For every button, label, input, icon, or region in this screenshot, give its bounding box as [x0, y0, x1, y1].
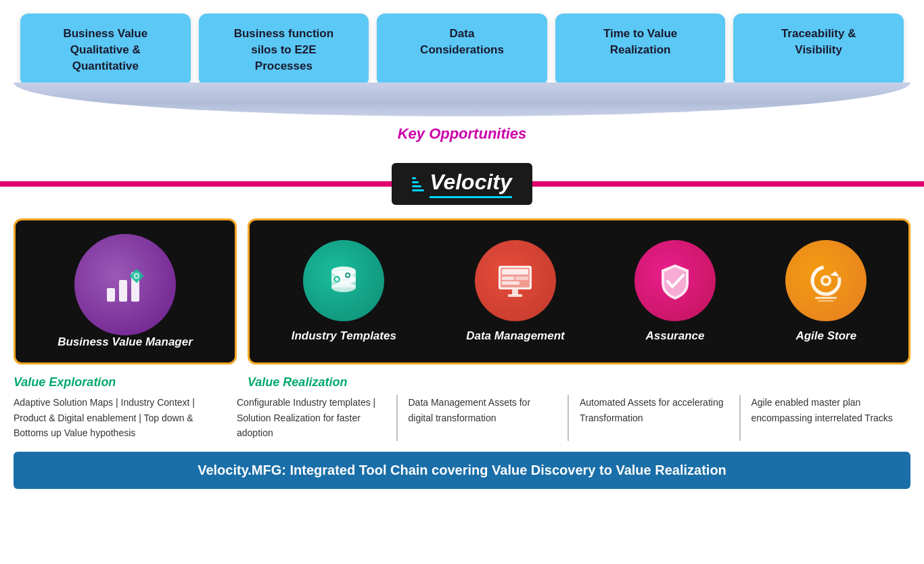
- as-description-col: Automated Assets for accelerating Transf…: [569, 395, 741, 440]
- card-dc: DataConsiderations: [377, 14, 547, 86]
- velocity-text: Velocity: [430, 170, 512, 198]
- it-label: Industry Templates: [292, 329, 396, 343]
- bvm-description: Adaptive Solution Maps | Industry Contex…: [14, 395, 223, 440]
- ags-icon-svg: [804, 259, 848, 303]
- dm-description: Data Management Assets for digital trans…: [409, 395, 557, 425]
- as-icon-svg: [653, 259, 697, 303]
- value-realization-col: Value Realization Configurable Industry …: [237, 375, 910, 440]
- bvm-icon-circle: [74, 234, 176, 335]
- card-bvm: Business Value Manager: [14, 218, 237, 365]
- card-tv: Traceability &Visibility: [733, 14, 904, 86]
- value-exploration-col: Value Exploration Adaptive Solution Maps…: [14, 375, 237, 440]
- footer-text: Velocity.MFG: Integrated Tool Chain cove…: [27, 463, 897, 478]
- svg-rect-22: [502, 277, 514, 280]
- svg-rect-26: [508, 294, 522, 297]
- ags-description-col: Agile enabled master plan encompassing i…: [741, 395, 911, 440]
- card-bfs: Business functionsilos to E2EProcesses: [199, 14, 369, 86]
- ags-icon-circle: [785, 240, 867, 321]
- card-bvq: Business ValueQualitative &Quantitative: [20, 14, 191, 86]
- svg-rect-23: [502, 281, 519, 285]
- ags-description: Agile enabled master plan encompassing i…: [752, 395, 900, 425]
- cards-section: Business Value Manager: [0, 218, 924, 365]
- svg-rect-32: [815, 297, 837, 299]
- bvm-label: Business Value Manager: [57, 335, 193, 349]
- key-opportunities-label: Key Opportunities: [14, 120, 910, 151]
- ags-label: Agile Store: [795, 329, 856, 343]
- as-icon-circle: [634, 240, 716, 321]
- it-icon-circle: [303, 240, 384, 321]
- velocity-logo-icon: [412, 177, 424, 191]
- svg-rect-25: [512, 289, 518, 295]
- bvm-icon-svg: [101, 261, 149, 308]
- svg-rect-0: [107, 288, 115, 302]
- svg-rect-7: [135, 280, 138, 283]
- icon-item-as: Assurance: [634, 240, 716, 343]
- icon-item-it: Industry Templates: [292, 240, 396, 343]
- dm-description-col: Data Management Assets for digital trans…: [398, 395, 570, 440]
- svg-rect-6: [135, 269, 138, 272]
- icon-item-ags: Agile Store: [785, 240, 867, 343]
- it-icon-svg: [322, 259, 366, 303]
- as-description: Automated Assets for accelerating Transf…: [580, 395, 729, 425]
- it-description: Configurable Industry templates | Soluti…: [237, 395, 386, 440]
- svg-rect-8: [130, 275, 133, 277]
- dm-label: Data Management: [466, 329, 564, 343]
- dm-icon-circle: [475, 240, 556, 321]
- velocity-section: Velocity: [0, 163, 924, 205]
- svg-rect-33: [818, 300, 834, 302]
- svg-rect-24: [515, 277, 528, 280]
- svg-point-16: [335, 277, 338, 281]
- svg-point-31: [823, 278, 829, 283]
- it-description-col: Configurable Industry templates | Soluti…: [237, 395, 398, 440]
- dm-icon-svg: [493, 259, 537, 303]
- svg-rect-1: [119, 280, 127, 302]
- descriptions-section: Value Exploration Adaptive Solution Maps…: [0, 375, 924, 440]
- as-label: Assurance: [646, 329, 705, 343]
- velocity-logo: Velocity: [392, 163, 532, 205]
- svg-marker-29: [830, 271, 839, 277]
- svg-rect-21: [502, 269, 528, 275]
- key-opportunities-cards: Business ValueQualitative &Quantitative …: [14, 14, 910, 86]
- svg-point-18: [346, 274, 349, 277]
- footer-banner: Velocity.MFG: Integrated Tool Chain cove…: [14, 452, 910, 489]
- svg-point-5: [135, 275, 138, 277]
- value-realization-label: Value Realization: [237, 375, 910, 390]
- icon-item-dm: Data Management: [466, 240, 564, 343]
- top-section: Business ValueQualitative &Quantitative …: [0, 0, 924, 151]
- card-ttv: Time to ValueRealization: [555, 14, 726, 86]
- svg-rect-9: [141, 275, 143, 277]
- svg-point-14: [331, 283, 356, 292]
- card-group: Industry Templates Data M: [248, 218, 910, 365]
- value-exploration-label: Value Exploration: [14, 375, 223, 390]
